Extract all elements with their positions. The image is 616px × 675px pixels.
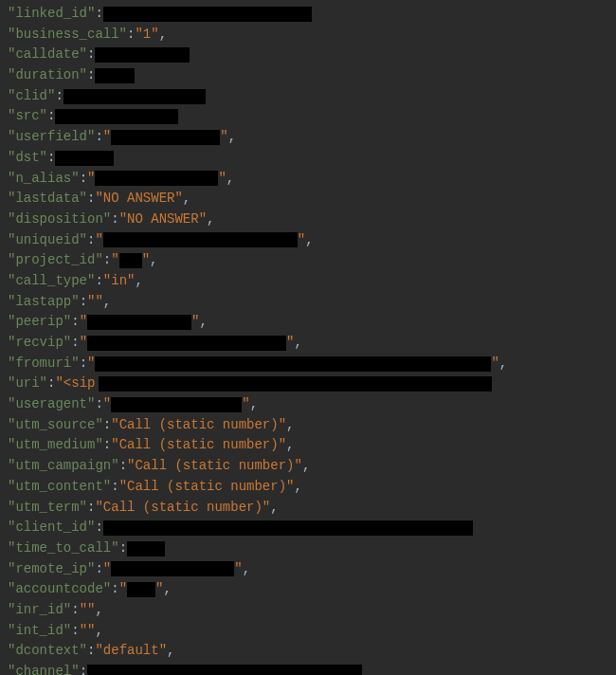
json-line: "disposition": "NO ANSWER", — [8, 210, 608, 230]
colon: : — [87, 189, 95, 210]
comma: , — [135, 271, 142, 292]
json-key: "calldate" — [8, 45, 87, 65]
json-key: "remote_ip" — [8, 559, 95, 580]
json-value: "NO ANSWER" — [95, 189, 182, 210]
json-key: "inr_id" — [8, 600, 71, 621]
open-quote: " — [103, 559, 111, 580]
comma: , — [250, 394, 258, 415]
comma: , — [243, 559, 250, 580]
comma: , — [95, 600, 102, 621]
json-line: "utm_term": "Call (static number)", — [8, 498, 608, 519]
json-key: "uniqueid" — [8, 230, 87, 251]
colon: : — [111, 579, 118, 600]
json-key: "recvip" — [8, 333, 71, 354]
json-line: "inr_id": "", — [8, 600, 608, 621]
close-quote: " — [242, 394, 249, 415]
json-key: "utm_medium" — [8, 435, 103, 456]
json-line: "accountcode": "", — [8, 579, 608, 600]
redacted-block — [111, 561, 234, 576]
colon: : — [71, 600, 79, 621]
open-quote: " — [87, 354, 95, 374]
colon: : — [80, 292, 87, 313]
json-key: "channel" — [8, 662, 80, 675]
redacted-block — [95, 47, 190, 63]
json-key: "lastdata" — [8, 189, 87, 210]
colon: : — [111, 210, 118, 230]
json-value: "Call (static number)" — [127, 456, 302, 477]
colon: : — [87, 45, 95, 65]
json-value: "Call (static number)" — [111, 415, 286, 436]
json-key: "lastapp" — [8, 292, 80, 313]
open-quote: " — [103, 394, 111, 415]
json-value: "in" — [103, 271, 136, 292]
json-key: "call_type" — [8, 271, 95, 292]
colon: : — [87, 498, 95, 519]
close-quote: " — [286, 333, 294, 354]
open-quote: " — [103, 127, 111, 148]
redacted-block — [111, 397, 242, 412]
colon: : — [119, 538, 127, 559]
json-key: "time_to_call" — [8, 538, 119, 559]
json-line: "clid": — [8, 86, 608, 107]
close-quote: " — [142, 250, 150, 271]
colon: : — [80, 662, 87, 675]
comma: , — [226, 169, 234, 190]
redacted-block — [95, 68, 135, 83]
colon: : — [47, 374, 55, 394]
open-quote: " — [87, 169, 95, 190]
redacted-block — [127, 541, 165, 556]
close-quote: " — [220, 127, 227, 148]
colon: : — [95, 4, 102, 25]
json-line: "client_id": — [8, 518, 608, 538]
json-key: "dcontext" — [8, 641, 87, 662]
comma: , — [228, 127, 236, 148]
redacted-block — [103, 7, 312, 22]
json-line: "utm_content": "Call (static number)", — [8, 477, 608, 498]
json-value: "Call (static number)" — [119, 477, 295, 498]
comma: , — [103, 292, 111, 313]
json-line: "business_call": "1", — [8, 25, 608, 46]
comma: , — [167, 641, 174, 662]
redacted-block — [99, 376, 492, 392]
json-line: "n_alias": "", — [8, 169, 608, 190]
comma: , — [302, 456, 310, 477]
close-quote: " — [155, 579, 163, 600]
json-key: "utm_campaign" — [8, 456, 119, 477]
json-line: "peerip": "", — [8, 312, 608, 333]
colon: : — [95, 394, 102, 415]
json-value: "" — [87, 292, 103, 313]
json-line: "useragent": "", — [8, 394, 608, 415]
close-quote: " — [298, 230, 305, 251]
json-line: "channel": — [8, 662, 608, 675]
json-line: "userfield": "", — [8, 127, 608, 148]
close-quote: " — [491, 354, 498, 374]
json-key: "src" — [8, 106, 47, 127]
json-key: "int_id" — [8, 621, 71, 642]
comma: , — [499, 354, 507, 374]
comma: , — [159, 25, 167, 46]
json-content: "linked_id": "business_call": "1","calld… — [8, 4, 608, 675]
comma: , — [305, 230, 313, 251]
json-line: "call_type": "in", — [8, 271, 608, 292]
json-line: "recvip": "", — [8, 333, 608, 354]
redacted-block — [95, 171, 218, 186]
comma: , — [286, 435, 294, 456]
colon: : — [127, 25, 135, 46]
colon: : — [111, 477, 118, 498]
redacted-block — [119, 253, 142, 268]
redacted-block — [103, 520, 473, 536]
redacted-block — [87, 315, 191, 330]
json-value: "Call (static number)" — [111, 435, 286, 456]
json-line: "utm_medium": "Call (static number)", — [8, 435, 608, 456]
json-value: "" — [80, 621, 96, 642]
json-value: "default" — [95, 641, 167, 662]
close-quote: " — [234, 559, 242, 580]
json-key: "utm_term" — [8, 498, 87, 519]
colon: : — [87, 65, 95, 86]
comma: , — [150, 250, 157, 271]
open-quote: " — [119, 579, 127, 600]
close-quote: " — [191, 312, 199, 333]
colon: : — [95, 271, 102, 292]
redacted-block — [127, 582, 155, 597]
json-key: "dst" — [8, 148, 47, 169]
